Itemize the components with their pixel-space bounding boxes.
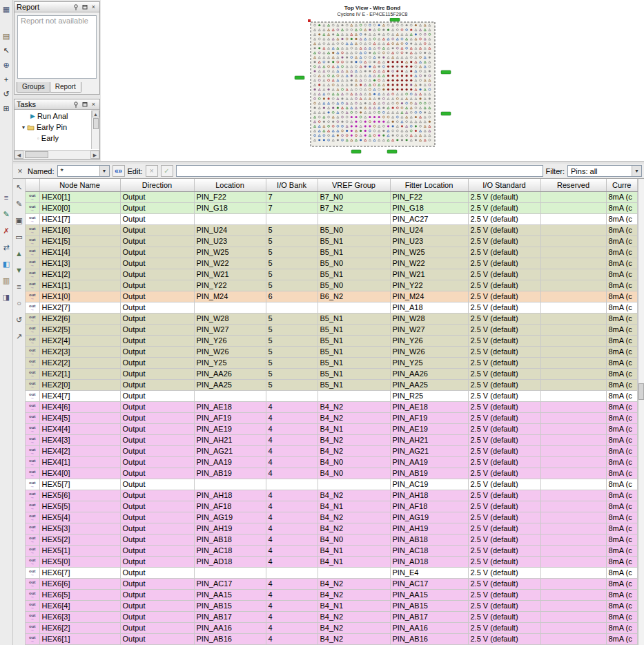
current-strength-cell[interactable]: 8mA (c (606, 423, 638, 434)
location-cell[interactable] (194, 479, 266, 490)
io-standard-cell[interactable]: 2.5 V (default) (468, 512, 540, 523)
table-row[interactable]: out→HEX5[5]OutputPIN_AF184B4_N1PIN_AF182… (26, 501, 638, 512)
io-standard-cell[interactable]: 2.5 V (default) (468, 556, 540, 567)
reserved-cell[interactable] (540, 567, 606, 578)
io-standard-cell[interactable]: 2.5 V (default) (468, 434, 540, 445)
task-run-analysis[interactable]: ▶ Run Anal (15, 110, 90, 122)
location-cell[interactable]: PIN_G18 (194, 202, 266, 213)
reserved-cell[interactable] (540, 490, 606, 501)
current-strength-cell[interactable]: 8mA (c (606, 611, 638, 622)
package-view[interactable]: Top View - Wire Bond Cyclone IV E - EP4C… (101, 0, 644, 161)
pin-icon[interactable] (72, 101, 79, 108)
io-standard-cell[interactable]: 2.5 V (default) (468, 280, 540, 291)
io-standard-cell[interactable]: 2.5 V (default) (468, 269, 540, 280)
io-standard-cell[interactable]: 2.5 V (default) (468, 224, 540, 235)
table-row[interactable]: out→HEX4[5]OutputPIN_AF194B4_N2PIN_AF192… (26, 412, 638, 423)
expand-edit-button[interactable]: «» (113, 165, 125, 177)
table-row[interactable]: out→HEX5[0]OutputPIN_AD184B4_N1PIN_AD182… (26, 556, 638, 567)
package-pin-grid[interactable] (293, 18, 452, 156)
location-cell[interactable]: PIN_W26 (194, 346, 266, 357)
current-strength-cell[interactable]: 8mA (c (606, 512, 638, 523)
io-standard-cell[interactable]: 2.5 V (default) (468, 335, 540, 346)
reserved-cell[interactable] (540, 302, 606, 313)
io-standard-cell[interactable]: 2.5 V (default) (468, 357, 540, 368)
node-finder-icon[interactable]: ▤ (1, 30, 12, 42)
table-row[interactable]: out→HEX6[7]OutputPIN_E42.5 V (default)8m… (26, 567, 638, 578)
table-row[interactable]: out→HEX2[0]OutputPIN_AA255B5_N1PIN_AA252… (26, 379, 638, 390)
table-row[interactable]: out→HEX4[3]OutputPIN_AH214B4_N2PIN_AH212… (26, 434, 638, 445)
location-cell[interactable]: PIN_AA25 (194, 379, 266, 390)
io-standard-cell[interactable]: 2.5 V (default) (468, 523, 540, 534)
reserved-cell[interactable] (540, 346, 606, 357)
column-header-i-o-standard[interactable]: I/O Standard (468, 179, 540, 191)
current-strength-cell[interactable]: 8mA (c (606, 434, 638, 445)
table-row[interactable]: out→HEX4[4]OutputPIN_AE194B4_N1PIN_AE192… (26, 423, 638, 434)
reserved-cell[interactable] (540, 523, 606, 534)
edit-value-input[interactable] (176, 165, 543, 177)
filter-rows-icon[interactable]: ≡ (13, 281, 25, 293)
current-strength-cell[interactable]: 8mA (c (606, 578, 638, 589)
io-standard-cell[interactable]: 2.5 V (default) (468, 490, 540, 501)
reserved-cell[interactable] (540, 545, 606, 556)
current-strength-cell[interactable]: 8mA (c (606, 346, 638, 357)
io-standard-cell[interactable]: 2.5 V (default) (468, 611, 540, 622)
reserved-cell[interactable] (540, 390, 606, 401)
location-cell[interactable]: PIN_Y26 (194, 335, 266, 346)
location-cell[interactable] (194, 567, 266, 578)
reserved-cell[interactable] (540, 534, 606, 545)
tab-report[interactable]: Report (50, 82, 81, 93)
pin-planner-icon[interactable]: ▦ (1, 3, 12, 15)
io-standard-cell[interactable]: 2.5 V (default) (468, 545, 540, 556)
location-cell[interactable]: PIN_AE18 (194, 401, 266, 412)
table-row[interactable]: out→HEX5[4]OutputPIN_AG194B4_N2PIN_AG192… (26, 512, 638, 523)
io-standard-cell[interactable]: 2.5 V (default) (468, 456, 540, 468)
current-strength-cell[interactable]: 8mA (c (606, 445, 638, 456)
tasks-vscrollbar[interactable]: ▲ (91, 110, 99, 149)
column-header-vref-group[interactable]: VREF Group (318, 179, 390, 191)
delete-pin-icon[interactable]: ✗ (1, 225, 12, 237)
io-standard-cell[interactable]: 2.5 V (default) (468, 567, 540, 578)
io-standard-cell[interactable]: 2.5 V (default) (468, 600, 540, 611)
pin-legend-icon[interactable]: ≡ (1, 192, 12, 204)
table-row[interactable]: out→HEX6[4]OutputPIN_AB154B4_N1PIN_AB152… (26, 600, 638, 611)
table-row[interactable]: out→HEX2[3]OutputPIN_W265B5_N1PIN_W262.5… (26, 346, 638, 357)
current-strength-cell[interactable]: 8mA (c (606, 302, 638, 313)
reserved-cell[interactable] (540, 501, 606, 512)
io-standard-cell[interactable]: 2.5 V (default) (468, 191, 540, 202)
table-row[interactable]: out→HEX5[3]OutputPIN_AH194B4_N2PIN_AH192… (26, 523, 638, 534)
io-standard-cell[interactable]: 2.5 V (default) (468, 445, 540, 456)
full-screen-icon[interactable]: ⊞ (1, 103, 12, 115)
table-row[interactable]: out→HEX2[5]OutputPIN_W275B5_N1PIN_W272.5… (26, 324, 638, 335)
location-cell[interactable]: PIN_AH19 (194, 523, 266, 534)
column-header-curre[interactable]: Curre (606, 179, 638, 191)
current-strength-cell[interactable]: 8mA (c (606, 600, 638, 611)
io-standard-cell[interactable]: 2.5 V (default) (468, 401, 540, 412)
current-strength-cell[interactable]: 8mA (c (606, 490, 638, 501)
table-row[interactable]: out→HEX0[0]OutputPIN_G187B7_N2PIN_G182.5… (26, 202, 638, 213)
location-cell[interactable]: PIN_Y25 (194, 357, 266, 368)
tasks-titlebar[interactable]: Tasks × (14, 99, 99, 110)
location-cell[interactable]: PIN_W25 (194, 247, 266, 258)
column-header-fitter-location[interactable]: Fitter Location (390, 179, 468, 191)
reserved-cell[interactable] (540, 379, 606, 390)
location-cell[interactable]: PIN_AB19 (194, 468, 266, 479)
io-standard-cell[interactable]: 2.5 V (default) (468, 412, 540, 423)
location-cell[interactable]: PIN_Y22 (194, 280, 266, 291)
table-row[interactable]: out→HEX6[5]OutputPIN_AA154B4_N2PIN_AA152… (26, 589, 638, 600)
show-report-icon[interactable]: ▥ (1, 275, 12, 287)
scrollbar-thumb[interactable] (93, 118, 99, 129)
current-strength-cell[interactable]: 8mA (c (606, 468, 638, 479)
current-strength-cell[interactable]: 8mA (c (606, 202, 638, 213)
sort-desc-icon[interactable]: ▼ (13, 264, 25, 276)
reserved-cell[interactable] (540, 335, 606, 346)
reserved-cell[interactable] (540, 291, 606, 302)
reserved-cell[interactable] (540, 633, 606, 644)
current-strength-cell[interactable]: 8mA (c (606, 379, 638, 390)
table-row[interactable]: out→HEX1[1]OutputPIN_Y225B5_N0PIN_Y222.5… (26, 280, 638, 291)
named-combobox[interactable]: * ▼ (57, 165, 110, 177)
location-cell[interactable]: PIN_W28 (194, 313, 266, 324)
reserved-cell[interactable] (540, 202, 606, 213)
io-standard-cell[interactable]: 2.5 V (default) (468, 324, 540, 335)
swap-pins-icon[interactable]: ⇄ (1, 242, 12, 253)
reserved-cell[interactable] (540, 600, 606, 611)
